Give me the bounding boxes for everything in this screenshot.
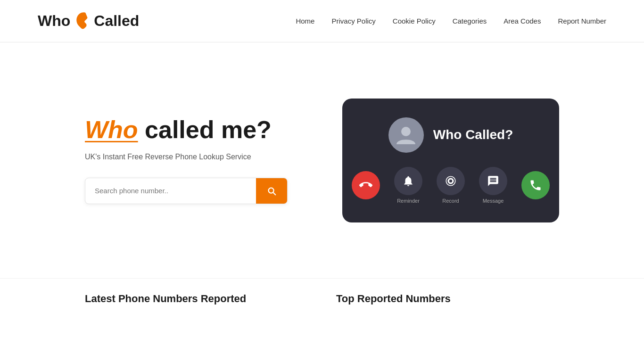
svg-point-0 — [401, 127, 411, 136]
latest-numbers-title: Latest Phone Numbers Reported — [85, 293, 308, 310]
hero-title-rest: called me? — [138, 116, 272, 143]
record-icon — [445, 175, 457, 187]
caller-name: Who Called? — [433, 127, 513, 142]
record-label: Record — [442, 198, 459, 204]
caller-info: Who Called? — [388, 117, 513, 153]
search-button[interactable] — [256, 178, 287, 204]
svg-point-2 — [449, 179, 453, 182]
decline-icon — [359, 179, 372, 192]
bottom-section: Latest Phone Numbers Reported Top Report… — [0, 278, 644, 324]
nav-area-codes[interactable]: Area Codes — [504, 17, 541, 25]
avatar-icon — [394, 123, 418, 147]
logo[interactable]: Who Called — [38, 9, 139, 33]
nav-cookie-policy[interactable]: Cookie Policy — [393, 17, 436, 25]
phone-card: Who Called? — [342, 99, 559, 222]
hero-title: Who called me? — [85, 116, 311, 143]
hero-left: Who called me? UK's Instant Free Reverse… — [85, 116, 311, 204]
nav-privacy-policy[interactable]: Privacy Policy — [331, 17, 375, 25]
top-reported-col: Top Reported Numbers — [336, 293, 559, 310]
bell-icon — [402, 175, 414, 187]
nav-home[interactable]: Home — [296, 17, 314, 25]
reminder-label: Reminder — [397, 198, 420, 204]
nav-report-number[interactable]: Report Number — [558, 17, 606, 25]
decline-action — [352, 171, 380, 199]
logo-who-text: Who — [38, 12, 70, 30]
decline-button[interactable] — [352, 171, 380, 199]
main-nav: Home Privacy Policy Cookie Policy Catego… — [296, 17, 606, 25]
message-action: Message — [479, 167, 507, 204]
record-button[interactable] — [437, 167, 465, 195]
avatar — [388, 117, 424, 153]
accept-action — [521, 171, 550, 199]
hero-right: Who Called? — [311, 99, 559, 222]
message-button[interactable] — [479, 167, 507, 195]
search-input[interactable] — [85, 178, 256, 203]
hero-section: Who called me? UK's Instant Free Reverse… — [0, 42, 644, 278]
message-icon — [487, 175, 499, 187]
header: Who Called Home Privacy Policy Cookie Po… — [0, 0, 644, 42]
latest-numbers-col: Latest Phone Numbers Reported — [85, 293, 308, 310]
reminder-action: Reminder — [394, 167, 422, 204]
logo-phone-icon — [70, 9, 94, 33]
record-action: Record — [437, 167, 465, 204]
message-label: Message — [483, 198, 504, 204]
hero-subtitle: UK's Instant Free Reverse Phone Lookup S… — [85, 151, 311, 163]
logo-called-text: Called — [94, 12, 139, 30]
hero-title-who: Who — [85, 116, 138, 143]
top-reported-title: Top Reported Numbers — [336, 293, 559, 310]
accept-button[interactable] — [521, 171, 550, 199]
call-actions: Reminder Record — [352, 167, 550, 204]
nav-categories[interactable]: Categories — [453, 17, 487, 25]
accept-icon — [529, 179, 542, 192]
search-container — [85, 178, 288, 204]
search-icon — [266, 186, 277, 196]
reminder-button[interactable] — [394, 167, 422, 195]
